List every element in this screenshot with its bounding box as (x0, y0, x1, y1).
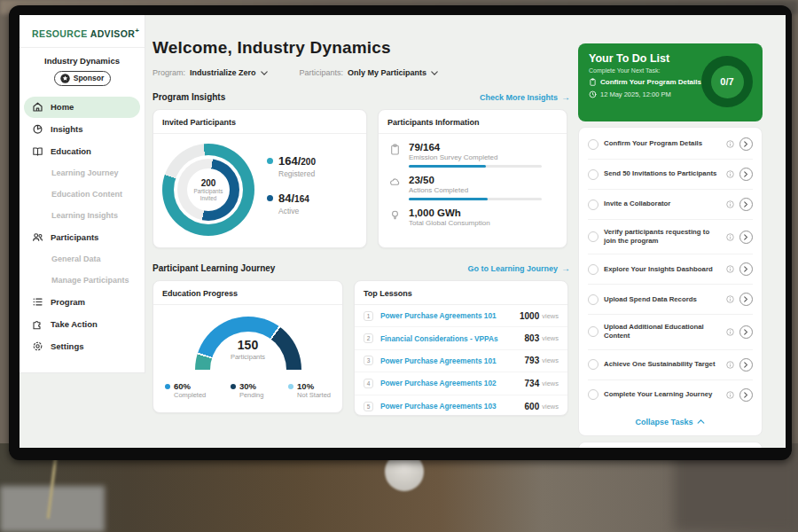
lesson-views: 600 (525, 402, 540, 411)
lesson-row: 1 Power Purchase Agreements 101 1000 vie… (355, 305, 567, 327)
task-row[interactable]: Complete Your Learning Journey (588, 380, 753, 410)
task-row[interactable]: Confirm Your Program Details (588, 129, 753, 160)
donut-center: 200 Participants Invited (187, 168, 230, 211)
task-row[interactable]: Verify participants requesting to join t… (588, 220, 753, 254)
task-open-button[interactable] (739, 198, 753, 211)
lesson-link[interactable]: Power Purchase Agreements 103 (380, 402, 525, 411)
task-row[interactable]: Upload Additional Educational Content (588, 315, 753, 349)
puzzle-icon (32, 318, 43, 330)
info-icon[interactable] (726, 140, 734, 148)
task-row[interactable]: Explore Your Insights Dashboard (588, 254, 753, 285)
sponsor-label: Sponsor (74, 74, 104, 82)
sidebar-item-program[interactable]: Program (20, 291, 145, 313)
task-open-button[interactable] (739, 293, 753, 306)
card-title: Education Progress (153, 281, 342, 305)
task-checkbox[interactable] (588, 294, 598, 305)
lesson-link[interactable]: Financial Considerations - VPPAs (380, 334, 525, 343)
sidebar-item-general-data[interactable]: General Data (20, 248, 145, 270)
sidebar-item-learning-insights[interactable]: Learning Insights (20, 205, 145, 226)
legend-pct: 30% (239, 381, 256, 391)
learning-journey-header: Participant Learning Journey Go to Learn… (153, 263, 570, 273)
sidebar-item-manage-participants[interactable]: Manage Participants (20, 270, 145, 291)
sidebar: RESOURCE ADVISOR+ Industry Dynamics Spon… (20, 15, 145, 373)
lesson-link[interactable]: Power Purchase Agreements 101 (380, 356, 525, 365)
task-checkbox[interactable] (588, 389, 598, 400)
legend-dot-not-started (288, 384, 293, 389)
go-to-learning-journey-link[interactable]: Go to Learning Journey → (467, 263, 570, 273)
sidebar-item-settings[interactable]: Settings (20, 335, 145, 357)
info-icon[interactable] (726, 361, 734, 369)
views-suffix: views (542, 356, 559, 364)
task-checkbox[interactable] (588, 200, 598, 210)
participants-information-card: Participants Information 79/164 Emission… (378, 109, 567, 248)
invited-donut-chart: 200 Participants Invited (162, 144, 254, 236)
info-icon[interactable] (726, 328, 734, 336)
sidebar-item-take-action[interactable]: Take Action (20, 313, 145, 335)
sidebar-item-learning-journey[interactable]: Learning Journey (20, 162, 145, 184)
task-open-button[interactable] (739, 388, 753, 402)
views-suffix: views (542, 379, 559, 387)
task-label: Upload Spend Data Records (604, 295, 721, 304)
task-open-button[interactable] (739, 262, 753, 276)
actions-icon (389, 176, 401, 188)
gauge-legend: 60% Completed 30% Pending 10% Not Starte… (153, 372, 342, 399)
info-icon[interactable] (726, 233, 734, 241)
legend-label: Registered (278, 169, 316, 178)
task-row[interactable]: Achieve One Sustainability Target (588, 350, 753, 380)
task-checkbox[interactable] (588, 231, 598, 242)
sidebar-item-participants[interactable]: Participants (20, 226, 145, 248)
task-open-button[interactable] (739, 325, 753, 339)
sidebar-item-education-content[interactable]: Education Content (20, 184, 145, 205)
task-open-button[interactable] (739, 358, 753, 372)
sidebar-item-label: Program (51, 297, 85, 307)
info-icon[interactable] (726, 170, 734, 178)
task-open-button[interactable] (739, 231, 753, 244)
sidebar-item-home[interactable]: Home (24, 97, 140, 118)
sidebar-item-education[interactable]: Education (20, 140, 145, 162)
lesson-row: 4 Power Purchase Agreements 102 734 view… (355, 372, 567, 395)
progress-bar-fill (409, 198, 488, 200)
task-checkbox[interactable] (588, 264, 598, 275)
info-icon[interactable] (726, 391, 734, 399)
task-checkbox[interactable] (588, 359, 598, 370)
info-icon[interactable] (726, 295, 734, 303)
task-row[interactable]: Upload Spend Data Records (588, 285, 753, 315)
info-icon[interactable] (726, 200, 734, 208)
participants-dropdown[interactable]: Participants: Only My Participants (300, 68, 439, 77)
task-row[interactable]: Send 50 Invitations to Participants (588, 160, 753, 190)
card-title: Participants Information (379, 110, 567, 134)
task-open-button[interactable] (739, 168, 753, 181)
stat-label: Emission Survey Completed (409, 153, 542, 161)
task-row[interactable]: Invite a Collaborator (588, 190, 753, 220)
task-checkbox[interactable] (588, 139, 598, 150)
legend-label: Pending (239, 391, 264, 399)
task-checkbox[interactable] (588, 169, 598, 180)
lesson-link[interactable]: Power Purchase Agreements 102 (380, 379, 525, 387)
info-icon[interactable] (726, 265, 734, 273)
program-dropdown[interactable]: Program: Industrialize Zero (153, 68, 268, 77)
task-label: Verify participants requesting to join t… (604, 228, 721, 246)
check-more-insights-link[interactable]: Check More Insights → (480, 92, 570, 102)
lesson-link[interactable]: Power Purchase Agreements 101 (380, 311, 520, 320)
page-title: Welcome, Industry Dynamics (153, 38, 577, 58)
program-value: Industrialize Zero (190, 68, 256, 77)
lesson-rank: 1 (364, 311, 373, 321)
learning-cards-row: Education Progress 150 Participants 60% … (153, 280, 577, 416)
sidebar-nav: Home Insights Education Learning Journey… (20, 97, 145, 357)
lesson-views: 1000 (520, 311, 539, 321)
collapse-tasks-link[interactable]: Collapse Tasks (588, 410, 753, 434)
lesson-views: 793 (525, 356, 540, 365)
todo-task-list: Confirm Your Program Details Send 50 Inv… (578, 127, 763, 436)
task-open-button[interactable] (739, 137, 753, 151)
list-icon (32, 296, 43, 308)
monitor-bezel: RESOURCE ADVISOR+ Industry Dynamics Spon… (9, 5, 792, 460)
donut-center-label: Participants (194, 188, 223, 195)
views-suffix: views (542, 312, 559, 320)
task-checkbox[interactable] (588, 326, 598, 337)
sidebar-item-insights[interactable]: Insights (20, 118, 145, 140)
chevron-right-icon (744, 296, 748, 302)
stat-label: Total Global Consumption (409, 219, 490, 227)
todo-progress-ring: 0/7 (701, 56, 753, 107)
task-label: Send 50 Invitations to Participants (604, 169, 721, 178)
chevron-right-icon (744, 141, 748, 147)
